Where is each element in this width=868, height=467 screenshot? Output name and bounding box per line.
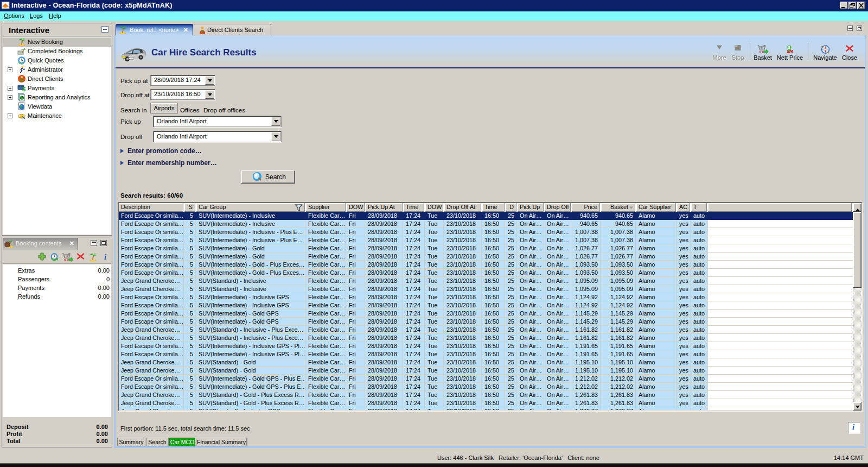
svg-text:i: i bbox=[852, 422, 855, 431]
svg-text:$: $ bbox=[22, 86, 25, 92]
svg-text:i: i bbox=[104, 253, 107, 261]
